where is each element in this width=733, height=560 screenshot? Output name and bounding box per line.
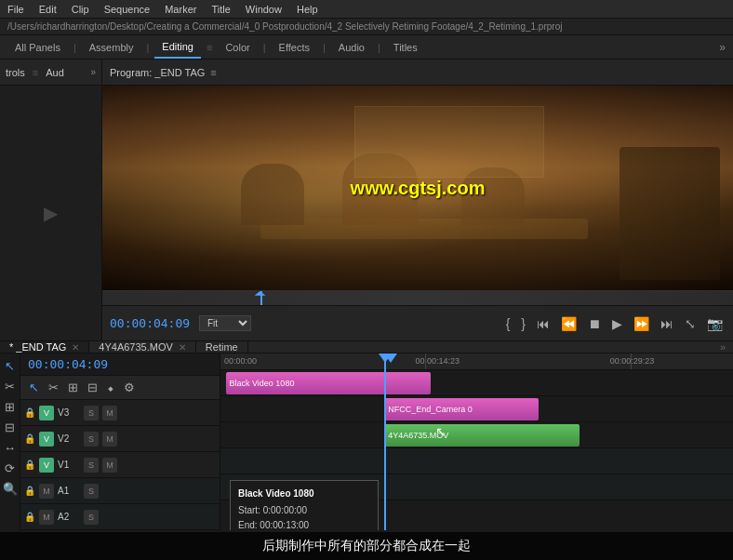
playhead [260, 291, 262, 305]
track-v1-visibility[interactable]: V [39, 458, 54, 473]
tooltip-start: Start: 0:00:00:00 [238, 503, 370, 518]
tool-cut[interactable]: ✂ [1, 378, 20, 394]
tooltip-title: Black Video 1080 [238, 487, 370, 501]
tl-tool-link[interactable]: ⊞ [65, 380, 81, 395]
tl-tool-settings[interactable]: ⚙ [121, 380, 138, 395]
transport-insert[interactable]: ⤡ [682, 316, 699, 331]
menu-edit[interactable]: Edit [39, 4, 57, 15]
timeline-ruler: 00:00:00 00:00:14:23 00:00:29:23 [220, 353, 733, 370]
ruler-label-1: 00:00:14:23 [415, 356, 460, 366]
clip-black-video-1080[interactable]: Black Video 1080 [226, 372, 431, 394]
clip-tooltip: Black Video 1080 Start: 0:00:00:00 End: … [230, 480, 379, 530]
transport-step-fwd[interactable]: ⏩ [631, 316, 652, 331]
program-menu-icon[interactable]: ≡ [210, 67, 216, 78]
timeline-tabs: * _END TAG ✕ 4Y4A6735.MOV ✕ Retime » [0, 341, 733, 353]
track-v3-lock[interactable]: 🔒 [24, 407, 35, 418]
tool-slip[interactable]: ⊞ [1, 398, 20, 415]
menu-file[interactable]: File [7, 4, 24, 15]
track-v2-clips: NFCC_End_Camera 0 [220, 396, 733, 422]
track-v3-visibility[interactable]: V [39, 406, 54, 420]
tl-tab-actions: » [720, 341, 733, 353]
track-a1-solo[interactable]: S [84, 484, 99, 499]
track-labels: 🔒 V V3 S M 🔒 V V2 S M 🔒 V [20, 400, 220, 530]
tool-magnet[interactable]: 🔍 [1, 480, 20, 497]
menu-marker[interactable]: Marker [165, 4, 196, 15]
transport-mark-in[interactable]: { [503, 316, 513, 331]
ws-tab-assembly[interactable]: Assembly [82, 35, 141, 59]
tl-tool-add-marker[interactable]: ⬥ [104, 380, 117, 395]
timeline-tracks[interactable]: 00:00:00 00:00:14:23 00:00:29:23 Black V… [220, 353, 733, 530]
track-v1-sync[interactable]: S [84, 458, 99, 473]
left-panel-content: ▶ [0, 86, 101, 340]
tool-select[interactable]: ↖ [1, 357, 20, 374]
track-a1-lock[interactable]: 🔒 [24, 486, 35, 496]
transport-go-to-out[interactable]: ⏭ [658, 316, 676, 331]
bottom-section: * _END TAG ✕ 4Y4A6735.MOV ✕ Retime » ↖ ✂… [0, 340, 733, 527]
track-v2-lock[interactable]: 🔒 [24, 433, 35, 444]
tl-expand-icon[interactable]: » [720, 341, 726, 353]
tl-tab-endtag[interactable]: * _END TAG ✕ [0, 341, 89, 353]
tl-tab-retime[interactable]: Retime [196, 341, 248, 353]
menu-title[interactable]: Title [211, 4, 230, 15]
menu-window[interactable]: Window [246, 4, 282, 15]
clip-nfcc-end-camera[interactable]: NFCC_End_Camera 0 [384, 398, 538, 420]
track-v3-sync[interactable]: S [84, 406, 99, 420]
ws-tab-allpanels[interactable]: All Panels [7, 35, 68, 59]
ws-tab-titles[interactable]: Titles [386, 35, 425, 59]
tool-rotate[interactable]: ⟳ [1, 460, 20, 476]
transport-mark-out[interactable]: } [518, 316, 528, 331]
transport-step-back[interactable]: ⏪ [558, 316, 580, 331]
tl-tab-4y4a[interactable]: 4Y4A6735.MOV ✕ [89, 341, 196, 353]
track-v2-mute[interactable]: M [102, 432, 117, 447]
ws-tab-editing[interactable]: Editing [154, 35, 201, 59]
transport-play[interactable]: ▶ [609, 316, 625, 331]
tl-tool-ripple[interactable]: ✂ [46, 380, 61, 395]
timeline-tool-sidebar: ↖ ✂ ⊞ ⊟ ↔ ⟳ 🔍 [0, 353, 20, 530]
transport-go-to-in[interactable]: ⏮ [534, 316, 553, 331]
track-a1-mute[interactable]: M [39, 484, 54, 499]
track-a2-mute[interactable]: M [39, 510, 54, 525]
expand-triangle[interactable]: ▶ [44, 202, 58, 224]
menu-help[interactable]: Help [297, 4, 318, 15]
monitor-controls: 00:00:04:09 Fit 25% 50% 100% { } ⏮ ⏪ ⏹ ▶… [102, 305, 733, 340]
tool-zoom-in[interactable]: ⊟ [1, 419, 20, 435]
track-v2: 🔒 V V2 S M [20, 426, 220, 452]
workspace-expand-icon[interactable]: » [719, 41, 726, 54]
tl-tool-snap[interactable]: ⊟ [85, 380, 100, 395]
tl-tool-select[interactable]: ↖ [26, 380, 42, 395]
menu-clip[interactable]: Clip [72, 4, 89, 15]
left-panel-tab[interactable]: Aud [46, 67, 64, 78]
track-labels-panel: 00:00:04:09 ↖ ✂ ⊞ ⊟ ⬥ ⚙ 🔒 V V3 S M [20, 353, 220, 530]
ws-tab-color[interactable]: Color [218, 35, 257, 59]
transport-export-frame[interactable]: 📷 [704, 316, 726, 331]
timeline-scrubber[interactable] [102, 290, 733, 305]
tooltip-end: End: 00:00:13:00 [238, 518, 370, 530]
track-v2-sync[interactable]: S [84, 432, 99, 447]
fit-dropdown[interactable]: Fit 25% 50% 100% [199, 315, 251, 331]
tool-stretch[interactable]: ↔ [1, 439, 20, 456]
track-v1-lock[interactable]: 🔒 [24, 460, 35, 470]
timecode-display[interactable]: 00:00:04:09 [110, 316, 193, 330]
track-v2-visibility[interactable]: V [39, 432, 54, 447]
program-monitor-title: Program: _END TAG [110, 67, 205, 78]
left-panel-expand[interactable]: » [90, 67, 96, 77]
track-a2: 🔒 M A2 S [20, 504, 220, 530]
track-a2-solo[interactable]: S [84, 510, 99, 525]
video-frame: www.cgtsj.com [102, 86, 733, 290]
mouse-cursor: ↖ [435, 424, 446, 435]
timeline-timecode[interactable]: 00:00:04:09 [20, 353, 220, 376]
subtitle-bar: 后期制作中所有的部分都合成在一起 [0, 532, 733, 560]
ws-tab-effects[interactable]: Effects [272, 35, 317, 59]
menu-sequence[interactable]: Sequence [104, 4, 151, 15]
track-v1-clips: 4Y4A6735.MOV ↖ Black Video 1080 Start: 0… [220, 422, 733, 448]
ws-tab-audio[interactable]: Audio [331, 35, 372, 59]
tl-tab-endtag-close[interactable]: ✕ [72, 342, 79, 353]
track-a2-lock[interactable]: 🔒 [24, 512, 35, 522]
track-v3-mute[interactable]: M [102, 406, 117, 420]
transport-stop[interactable]: ⏹ [585, 316, 604, 331]
file-path: /Users/richardharrington/Desktop/Creatin… [7, 21, 562, 32]
track-v1-mute[interactable]: M [102, 458, 117, 473]
tl-tab-4y4a-close[interactable]: ✕ [179, 342, 186, 353]
clip-4y4a-mov[interactable]: 4Y4A6735.MOV [384, 424, 579, 447]
track-a1: 🔒 M A1 S [20, 478, 220, 504]
